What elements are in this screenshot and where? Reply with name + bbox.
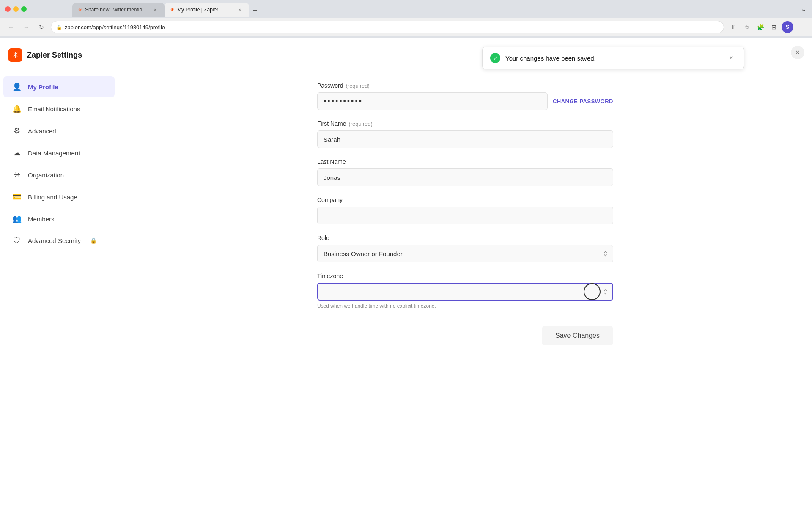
profile-form: Password (required) CHANGE PASSWORD Firs… — [300, 74, 630, 362]
tab-grid-button[interactable]: ⊞ — [768, 21, 780, 33]
main-content: × ✓ Your changes have been saved. × Pass… — [118, 38, 812, 508]
sidebar-item-billing-usage[interactable]: 💳 Billing and Usage — [3, 186, 115, 207]
profile-icon: 👤 — [12, 82, 22, 91]
sidebar-item-advanced[interactable]: ⚙ Advanced — [3, 120, 115, 141]
sidebar-item-my-profile-label: My Profile — [28, 83, 58, 91]
new-tab-button[interactable]: + — [249, 5, 261, 17]
tab-profile-favicon: ✳ — [170, 8, 174, 12]
tab-twitter[interactable]: ✳ Share new Twitter mentions in × — [72, 3, 165, 17]
sidebar-item-data-management[interactable]: ☁ Data Management — [3, 142, 115, 163]
address-text: zapier.com/app/settings/11980149/profile — [65, 24, 165, 30]
last-name-input[interactable] — [317, 168, 613, 186]
sidebar-item-members-label: Members — [28, 215, 55, 223]
tab-profile[interactable]: ✳ My Profile | Zapier × — [165, 3, 249, 17]
sidebar-item-members[interactable]: 👥 Members — [3, 208, 115, 229]
change-password-button[interactable]: CHANGE PASSWORD — [553, 98, 613, 105]
back-button[interactable]: ← — [5, 21, 17, 33]
first-name-label-text: First Name — [317, 120, 346, 127]
browser-nav-bar: ← → ↻ 🔒 zapier.com/app/settings/11980149… — [0, 18, 812, 36]
password-required-text: (required) — [346, 83, 369, 89]
first-name-label: First Name (required) — [317, 120, 613, 127]
last-name-label: Last Name — [317, 158, 613, 165]
timezone-label: Timezone — [317, 273, 613, 279]
zapier-logo-icon: ✳ — [12, 50, 19, 60]
role-select[interactable]: Business Owner or Founder Developer Mark… — [317, 245, 613, 262]
forward-button[interactable]: → — [20, 21, 32, 33]
billing-icon: 💳 — [12, 192, 22, 202]
shield-icon: 🛡 — [12, 236, 22, 245]
sidebar-title: Zapier Settings — [27, 51, 82, 60]
tab-twitter-favicon: ✳ — [78, 8, 82, 12]
last-name-label-text: Last Name — [317, 158, 346, 165]
browser-chrome: ✳ Share new Twitter mentions in × ✳ My P… — [0, 0, 812, 38]
success-message: Your changes have been saved. — [505, 55, 721, 62]
company-group: Company — [317, 196, 613, 224]
password-input[interactable] — [317, 92, 548, 110]
traffic-lights — [5, 6, 27, 12]
sidebar-nav: 👤 My Profile 🔔 Email Notifications ⚙ Adv… — [0, 72, 118, 508]
close-traffic-light[interactable] — [5, 6, 11, 12]
role-label-text: Role — [317, 235, 329, 241]
sidebar-item-data-management-label: Data Management — [28, 149, 80, 157]
success-notification: ✓ Your changes have been saved. × — [482, 47, 744, 69]
address-bar[interactable]: 🔒 zapier.com/app/settings/11980149/profi… — [51, 21, 724, 33]
tab-twitter-close[interactable]: × — [152, 6, 159, 13]
bookmark-button[interactable]: ☆ — [741, 21, 753, 33]
sidebar-item-my-profile[interactable]: 👤 My Profile — [3, 76, 115, 97]
role-group: Role Business Owner or Founder Developer… — [317, 235, 613, 262]
password-label: Password (required) — [317, 82, 613, 89]
browser-titlebar: ✳ Share new Twitter mentions in × ✳ My P… — [0, 0, 812, 18]
role-label: Role — [317, 235, 613, 241]
sidebar-header: ✳ Zapier Settings — [0, 38, 118, 72]
password-input-group: CHANGE PASSWORD — [317, 92, 613, 110]
extensions-button[interactable]: 🧩 — [754, 21, 766, 33]
reload-button[interactable]: ↻ — [36, 21, 47, 33]
browser-profile-button[interactable]: S — [782, 21, 793, 33]
tabs-expand-button[interactable]: ⌄ — [801, 4, 807, 14]
sidebar-item-advanced-label: Advanced — [28, 127, 56, 135]
sidebar-item-email-notifications[interactable]: 🔔 Email Notifications — [3, 98, 115, 119]
zapier-logo: ✳ — [8, 48, 22, 62]
share-button[interactable]: ⇧ — [727, 21, 739, 33]
sidebar-item-organization[interactable]: ✳ Organization — [3, 164, 115, 185]
company-label: Company — [317, 196, 613, 203]
timezone-group: Timezone ⇕ Used when we handle time with… — [317, 273, 613, 309]
maximize-traffic-light[interactable] — [21, 6, 27, 12]
company-label-text: Company — [317, 196, 343, 203]
organization-icon: ✳ — [12, 170, 22, 179]
timezone-hint: Used when we handle time with no explici… — [317, 303, 613, 309]
notification-close-button[interactable]: × — [726, 53, 736, 63]
password-group: Password (required) CHANGE PASSWORD — [317, 82, 613, 110]
timezone-label-text: Timezone — [317, 273, 343, 279]
more-button[interactable]: ⋮ — [795, 21, 807, 33]
app-close-button[interactable]: × — [791, 46, 804, 59]
company-input[interactable] — [317, 207, 613, 224]
app-container: ✳ Zapier Settings 👤 My Profile 🔔 Email N… — [0, 38, 812, 508]
sidebar-item-billing-usage-label: Billing and Usage — [28, 193, 77, 201]
first-name-required-text: (required) — [348, 121, 372, 127]
tab-twitter-title: Share new Twitter mentions in — [85, 7, 148, 13]
last-name-group: Last Name — [317, 158, 613, 186]
nav-actions: ⇧ ☆ 🧩 ⊞ S ⋮ — [727, 21, 807, 33]
timezone-select-wrapper: ⇕ — [317, 283, 613, 301]
role-select-wrapper: Business Owner or Founder Developer Mark… — [317, 245, 613, 262]
save-section: Save Changes — [317, 319, 613, 345]
password-label-text: Password — [317, 82, 343, 89]
bell-icon: 🔔 — [12, 104, 22, 113]
save-changes-button[interactable]: Save Changes — [542, 326, 613, 345]
sidebar-item-advanced-security-label: Advanced Security — [28, 237, 81, 244]
success-check-icon: ✓ — [490, 53, 500, 63]
settings-icon: ⚙ — [12, 126, 22, 135]
tabs-bar: ✳ Share new Twitter mentions in × ✳ My P… — [38, 1, 787, 17]
timezone-select[interactable] — [317, 283, 613, 301]
security-lock-badge: 🔒 — [90, 237, 97, 244]
sidebar-item-organization-label: Organization — [28, 171, 64, 179]
minimize-traffic-light[interactable] — [13, 6, 19, 12]
sidebar-item-advanced-security[interactable]: 🛡 Advanced Security 🔒 — [3, 230, 115, 251]
members-icon: 👥 — [12, 214, 22, 224]
first-name-group: First Name (required) — [317, 120, 613, 148]
first-name-input[interactable] — [317, 130, 613, 148]
tab-profile-close[interactable]: × — [236, 6, 243, 13]
lock-icon: 🔒 — [56, 25, 62, 30]
tab-profile-title: My Profile | Zapier — [177, 7, 218, 13]
